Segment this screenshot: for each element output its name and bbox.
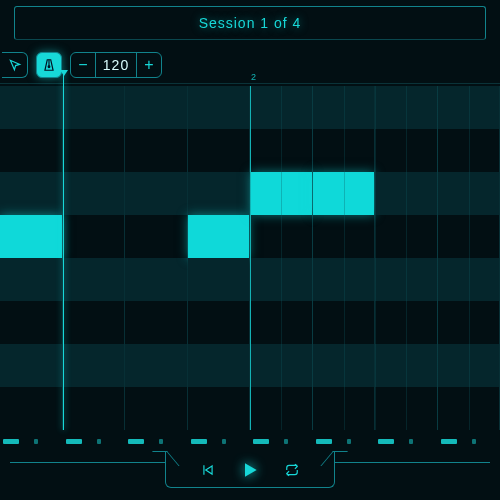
grid-column[interactable] <box>125 86 188 430</box>
grid-cell[interactable] <box>438 86 500 129</box>
grid-column[interactable] <box>250 86 313 430</box>
grid-cell[interactable] <box>0 258 62 301</box>
grid-cell[interactable] <box>251 172 312 215</box>
grid-cell[interactable] <box>0 215 62 258</box>
grid-cell[interactable] <box>125 172 187 215</box>
kick-cell[interactable] <box>375 434 406 448</box>
grid-cell[interactable] <box>0 301 62 344</box>
grid-cell[interactable] <box>125 301 187 344</box>
kick-cell[interactable] <box>438 434 469 448</box>
tempo-stepper: − 120 + <box>70 52 162 78</box>
kick-cell[interactable] <box>31 434 62 448</box>
kick-cell[interactable] <box>344 434 375 448</box>
grid-cell[interactable] <box>188 344 250 387</box>
kick-cell[interactable] <box>406 434 437 448</box>
grid-cell[interactable] <box>188 387 250 430</box>
grid-cell[interactable] <box>188 258 250 301</box>
kick-cell[interactable] <box>63 434 94 448</box>
grid-cell[interactable] <box>438 215 500 258</box>
grid-column[interactable] <box>438 86 501 430</box>
grid-cell[interactable] <box>251 86 312 129</box>
grid-cell[interactable] <box>313 387 375 430</box>
kick-cell[interactable] <box>281 434 312 448</box>
tempo-increase-button[interactable]: + <box>137 53 161 77</box>
grid-cell[interactable] <box>188 129 250 172</box>
play-button[interactable] <box>240 460 260 480</box>
grid-cell[interactable] <box>313 258 375 301</box>
grid-cell[interactable] <box>375 86 437 129</box>
grid-cell[interactable] <box>63 258 125 301</box>
grid-cell[interactable] <box>438 129 500 172</box>
grid-cell[interactable] <box>125 129 187 172</box>
kick-cell[interactable] <box>313 434 344 448</box>
grid-cell[interactable] <box>188 215 250 258</box>
grid-cell[interactable] <box>63 301 125 344</box>
grid-cell[interactable] <box>313 86 375 129</box>
kick-cell[interactable] <box>469 434 500 448</box>
kick-cell[interactable] <box>125 434 156 448</box>
grid-cell[interactable] <box>313 344 375 387</box>
grid-cell[interactable] <box>438 344 500 387</box>
grid-cell[interactable] <box>313 172 375 215</box>
grid-cell[interactable] <box>251 215 312 258</box>
note-grid[interactable] <box>0 86 500 430</box>
grid-cell[interactable] <box>63 86 125 129</box>
kick-track[interactable] <box>0 434 500 448</box>
playhead[interactable] <box>63 70 64 430</box>
grid-cell[interactable] <box>0 86 62 129</box>
grid-cell[interactable] <box>125 387 187 430</box>
grid-cell[interactable] <box>438 258 500 301</box>
grid-cell[interactable] <box>63 129 125 172</box>
grid-cell[interactable] <box>125 215 187 258</box>
kick-cell[interactable] <box>188 434 219 448</box>
kick-cell[interactable] <box>94 434 125 448</box>
tempo-decrease-button[interactable]: − <box>71 53 95 77</box>
grid-cell[interactable] <box>375 387 437 430</box>
grid-cell[interactable] <box>251 129 312 172</box>
grid-column[interactable] <box>313 86 376 430</box>
loop-button[interactable] <box>282 460 302 480</box>
grid-cell[interactable] <box>375 215 437 258</box>
kick-cell[interactable] <box>156 434 187 448</box>
grid-column[interactable] <box>63 86 126 430</box>
grid-cell[interactable] <box>63 172 125 215</box>
grid-cell[interactable] <box>375 301 437 344</box>
grid-column[interactable] <box>375 86 438 430</box>
grid-cell[interactable] <box>313 215 375 258</box>
grid-cell[interactable] <box>313 129 375 172</box>
grid-cell[interactable] <box>63 344 125 387</box>
grid-cell[interactable] <box>438 172 500 215</box>
grid-cell[interactable] <box>0 344 62 387</box>
grid-cell[interactable] <box>438 387 500 430</box>
kick-note <box>128 439 144 444</box>
tool-metronome[interactable] <box>36 52 62 78</box>
kick-cell[interactable] <box>250 434 281 448</box>
grid-cell[interactable] <box>188 86 250 129</box>
grid-column[interactable] <box>0 86 63 430</box>
grid-cell[interactable] <box>375 258 437 301</box>
grid-cell[interactable] <box>125 258 187 301</box>
grid-cell[interactable] <box>251 301 312 344</box>
grid-cell[interactable] <box>438 301 500 344</box>
grid-cell[interactable] <box>0 129 62 172</box>
grid-cell[interactable] <box>375 344 437 387</box>
grid-cell[interactable] <box>251 344 312 387</box>
grid-cell[interactable] <box>375 129 437 172</box>
grid-cell[interactable] <box>188 301 250 344</box>
grid-column[interactable] <box>188 86 251 430</box>
kick-cell[interactable] <box>219 434 250 448</box>
skip-back-button[interactable] <box>198 460 218 480</box>
grid-cell[interactable] <box>375 172 437 215</box>
grid-cell[interactable] <box>0 172 62 215</box>
grid-cell[interactable] <box>251 258 312 301</box>
grid-cell[interactable] <box>63 215 125 258</box>
grid-cell[interactable] <box>188 172 250 215</box>
tool-cursor[interactable] <box>2 52 28 78</box>
grid-cell[interactable] <box>125 344 187 387</box>
grid-cell[interactable] <box>251 387 312 430</box>
grid-cell[interactable] <box>313 301 375 344</box>
grid-cell[interactable] <box>125 86 187 129</box>
kick-cell[interactable] <box>0 434 31 448</box>
grid-cell[interactable] <box>63 387 125 430</box>
grid-cell[interactable] <box>0 387 62 430</box>
